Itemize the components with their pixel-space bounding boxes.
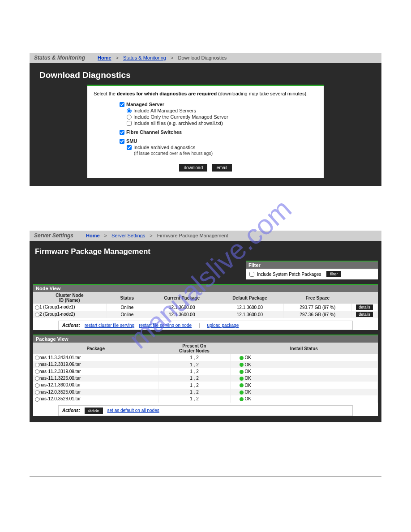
breadcrumb-sep: >	[116, 55, 119, 60]
actions-label: Actions:	[62, 408, 80, 413]
table-row: nas-11.1.3225.00.tar1 , 2OK	[33, 375, 378, 382]
node-select-radio[interactable]	[35, 313, 39, 317]
cell-install-status: OK	[230, 361, 378, 368]
cell-nodes: 1 , 2	[158, 354, 230, 361]
cell-nodes: 1 , 2	[158, 368, 230, 375]
col-line2: Cluster Nodes	[179, 348, 210, 353]
package-view-table: Package Present On Cluster Nodes Install…	[33, 343, 378, 403]
cell-status: Online	[106, 304, 148, 311]
filter-box: Filter Include System Patch Packages fil…	[246, 261, 378, 279]
table-row: nas-12.0.3525.00.tar1 , 2OK	[33, 389, 378, 395]
email-button[interactable]: email	[212, 164, 232, 172]
package-view-header: Package View	[33, 335, 378, 343]
managed-server-row: Managed Server	[120, 102, 319, 107]
delete-button[interactable]: delete	[85, 408, 103, 414]
node-view-header: Node View	[33, 285, 378, 292]
cell-install-status: OK	[230, 389, 378, 395]
cell-package: nas-11.2.3319.06.tar	[33, 361, 158, 368]
instr-prefix: Select the	[94, 91, 117, 96]
cell-package: nas-11.3.3434.01.tar	[33, 354, 158, 361]
breadcrumb-server-settings-link[interactable]: Server Settings	[111, 233, 145, 238]
col-present-on: Present On Cluster Nodes	[158, 343, 230, 354]
smu-hint: (If issue occurred over a few hours ago)	[120, 151, 319, 156]
filter-button[interactable]: filter	[326, 271, 341, 277]
col-blank	[351, 292, 377, 304]
cell-package: nas-12.0.3525.00.tar	[33, 389, 158, 395]
node-select-radio[interactable]	[35, 305, 39, 310]
details-button[interactable]: details	[356, 312, 373, 317]
node-view-table: Cluster Node ID (Name) Status Current Pa…	[33, 292, 378, 318]
col-line1: Cluster Node	[56, 293, 83, 298]
status-ok-icon	[240, 363, 244, 367]
include-only-label: Include Only the Currently Managed Serve…	[133, 114, 228, 120]
package-select-radio[interactable]	[35, 369, 39, 374]
cell-free: 297.36 GB (97 %)	[284, 311, 352, 318]
cell-details: details	[351, 304, 377, 311]
set-default-link[interactable]: set as default on all nodes	[107, 408, 159, 413]
breadcrumb-current: Download Diagnostics	[178, 55, 227, 60]
status-ok-icon	[240, 370, 244, 374]
breadcrumb: Status & Monitoring Home > Status & Moni…	[30, 53, 381, 63]
breadcrumb-current: Firmware Package Management	[157, 233, 228, 238]
restart-cluster-link[interactable]: restart cluster file serving	[85, 323, 134, 328]
breadcrumb-home-link[interactable]: Home	[98, 55, 111, 60]
cell-nodes: 1 , 2	[158, 382, 230, 388]
cell-default: 12.1.3600.00	[216, 311, 284, 318]
cell-nodes: 1 , 2	[158, 395, 230, 402]
breadcrumb-home-link[interactable]: Home	[86, 233, 100, 238]
table-row: nas-11.2.3319.09.tar1 , 2OK	[33, 368, 378, 375]
cell-current: 12.1.3600.00	[148, 311, 216, 318]
node-view-actions: Actions: restart cluster file serving re…	[58, 321, 353, 330]
status-ok-icon	[240, 383, 244, 387]
package-view-actions: Actions: delete set as default on all no…	[58, 405, 353, 416]
upload-package-link[interactable]: upload package	[207, 323, 239, 328]
cell-details: details	[351, 311, 377, 318]
col-cluster-node: Cluster Node ID (Name)	[33, 292, 106, 304]
filter-header: Filter	[246, 262, 378, 269]
status-ok-icon	[240, 397, 244, 401]
details-button[interactable]: details	[356, 305, 373, 310]
cell-install-status: OK	[230, 375, 378, 382]
include-all-radio[interactable]	[127, 108, 132, 113]
include-system-patch-label: Include System Patch Packages	[257, 272, 321, 277]
package-select-radio[interactable]	[35, 390, 39, 395]
cell-current: 12.1.3600.00	[148, 304, 216, 311]
breadcrumb-status-link[interactable]: Status & Monitoring	[123, 55, 166, 60]
page-title: Download Diagnostics	[39, 70, 373, 80]
cell-package: nas-12.1.3600.00.tar	[33, 382, 158, 388]
status-ok-icon	[240, 390, 244, 395]
section-title: Status & Monitoring	[34, 55, 85, 61]
cell-free: 293.77 GB (97 %)	[284, 304, 352, 311]
diagnostics-form: Select the devices for which diagnostics…	[87, 85, 324, 178]
package-select-radio[interactable]	[35, 376, 39, 381]
restart-node-link[interactable]: restart file serving on node	[139, 323, 192, 328]
status-ok-icon	[240, 377, 244, 381]
include-only-radio[interactable]	[127, 115, 132, 120]
table-row: 1 (Group1-node1)Online12.1.3600.0012.1.3…	[33, 304, 378, 311]
instr-bold: devices for which diagnostics are requir…	[117, 91, 217, 96]
fc-switches-label: Fibre Channel Switches	[126, 129, 182, 135]
package-select-radio[interactable]	[35, 363, 39, 367]
cell-package: nas-11.2.3319.09.tar	[33, 368, 158, 375]
smu-archived-checkbox[interactable]	[127, 145, 132, 150]
col-current-package: Current Package	[148, 292, 216, 304]
smu-checkbox[interactable]	[120, 139, 124, 144]
cell-nodes: 1 , 2	[158, 389, 230, 395]
download-button[interactable]: download	[179, 164, 207, 172]
include-all-files-checkbox[interactable]	[127, 121, 132, 126]
cell-id: 1 (Group1-node1)	[33, 304, 106, 311]
fc-switches-checkbox[interactable]	[120, 130, 124, 135]
package-select-radio[interactable]	[35, 356, 39, 360]
include-system-patch-checkbox[interactable]	[249, 272, 254, 277]
managed-server-checkbox[interactable]	[120, 102, 124, 107]
cell-install-status: OK	[230, 395, 378, 402]
actions-label: Actions:	[62, 323, 80, 328]
include-all-files-label: Include all files (e.g. archived showall…	[133, 120, 223, 126]
firmware-package-panel: Server Settings Home > Server Settings >…	[30, 231, 381, 422]
page-title: Firmware Package Management	[35, 247, 378, 256]
col-line1: Present On	[182, 343, 206, 348]
col-default-package: Default Package	[216, 292, 284, 304]
cell-nodes: 1 , 2	[158, 375, 230, 382]
package-select-radio[interactable]	[35, 397, 39, 402]
package-select-radio[interactable]	[35, 383, 39, 388]
